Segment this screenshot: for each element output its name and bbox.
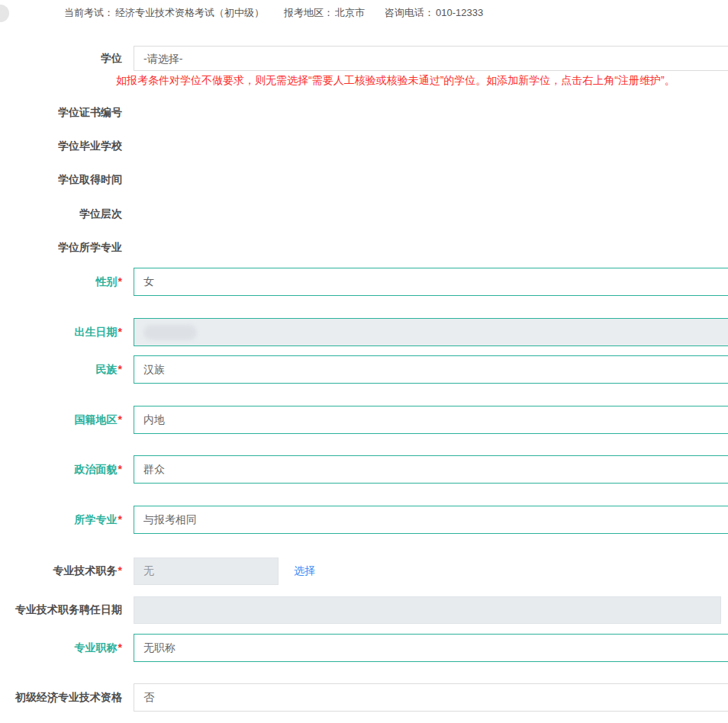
gender-label-cell: 性别* (0, 275, 122, 289)
exam-region-value: 北京市 (335, 6, 365, 20)
field-label: 性别 (96, 275, 118, 288)
required-asterisk: * (118, 641, 122, 654)
choose-post-link[interactable]: 选择 (294, 564, 315, 578)
field-row-degree-major: 学位所学专业 (0, 239, 728, 255)
political-status-label-cell: 政治面貌* (0, 463, 122, 477)
field-row-degree-school: 学位毕业学校 (0, 138, 728, 153)
degree-date-label: 学位取得时间 (0, 172, 122, 187)
field-label: 政治面貌 (75, 463, 118, 475)
nationality-region-label-cell: 国籍地区* (0, 413, 122, 427)
post-hire-date-input (134, 596, 721, 624)
field-row-major: 所学专业* (0, 506, 728, 534)
birth-date-label-cell: 出生日期* (0, 326, 122, 339)
field-row-degree: 学位 -请选择- (0, 46, 728, 71)
required-asterisk: * (118, 275, 122, 288)
degree-select[interactable]: -请选择- (134, 46, 728, 71)
degree-cert-no-label: 学位证书编号 (0, 104, 122, 120)
field-row-gender: 性别* (0, 268, 728, 296)
field-row-nationality-region: 国籍地区* (0, 406, 728, 434)
professional-post-label-cell: 专业技术职务* (0, 564, 122, 578)
required-asterisk: * (118, 413, 122, 426)
post-hire-date-label-cell: 专业技术职务聘任日期 (0, 603, 122, 617)
degree-school-label: 学位毕业学校 (0, 138, 122, 153)
field-label: 专业技术职务聘任日期 (15, 603, 122, 615)
hotline-value: 010-12333 (436, 7, 483, 18)
junior-economic-qualification-label-cell: 初级经济专业技术资格 (0, 691, 122, 705)
field-row-birth-date: 出生日期* (0, 318, 728, 346)
required-asterisk: * (118, 513, 122, 525)
political-status-input[interactable] (134, 455, 728, 484)
field-row-political-status: 政治面貌* (0, 455, 728, 484)
major-label-cell: 所学专业* (0, 513, 122, 527)
avatar (0, 5, 9, 22)
field-label: 所学专业 (75, 513, 118, 525)
hotline-label: 咨询电话： (385, 6, 434, 20)
field-row-degree-date: 学位取得时间 (0, 172, 728, 187)
field-label: 专业职称 (75, 641, 118, 654)
exam-region: 报考地区： 北京市 (284, 6, 365, 20)
nationality-region-input[interactable] (134, 406, 728, 434)
degree-label-cell: 学位 (0, 52, 122, 66)
birth-date-input (134, 318, 728, 346)
registration-form: 学位 -请选择- 如报考条件对学位不做要求，则无需选择“需要人工核验或核验未通过… (0, 46, 728, 712)
field-row-post-hire-date: 专业技术职务聘任日期 (0, 596, 728, 624)
required-asterisk: * (118, 463, 122, 475)
gender-input[interactable] (134, 268, 728, 296)
required-asterisk: * (118, 326, 122, 338)
degree-level-label: 学位层次 (0, 206, 122, 221)
current-exam: 当前考试： 经济专业技术资格考试（初中级） (64, 6, 264, 20)
current-exam-label: 当前考试： (64, 6, 114, 20)
field-row-professional-title: 专业职称* (0, 634, 728, 662)
professional-title-input[interactable] (134, 634, 728, 662)
field-label: 出生日期 (75, 326, 118, 338)
top-header-bar: 当前考试： 经济专业技术资格考试（初中级） 报考地区： 北京市 咨询电话： 01… (0, 0, 728, 25)
required-asterisk: * (118, 363, 122, 375)
field-label: 初级经济专业技术资格 (15, 691, 122, 703)
field-row-junior-economic-qualification: 初级经济专业技术资格 (0, 683, 728, 712)
field-label: 国籍地区 (75, 413, 118, 426)
field-label: 学位 (101, 52, 122, 64)
required-asterisk: * (118, 564, 122, 577)
current-exam-value: 经济专业技术资格考试（初中级） (115, 6, 264, 20)
degree-major-label: 学位所学专业 (0, 239, 122, 255)
junior-economic-qualification-input[interactable] (134, 683, 728, 712)
major-input[interactable] (134, 506, 728, 534)
field-row-degree-level: 学位层次 (0, 206, 728, 221)
field-row-professional-post: 专业技术职务* 选择 (0, 558, 728, 585)
field-row-ethnicity: 民族* (0, 355, 728, 384)
ethnicity-input[interactable] (134, 355, 728, 384)
degree-hint-text: 如报考条件对学位不做要求，则无需选择“需要人工核验或核验未通过”的学位。如添加新… (116, 74, 728, 88)
hotline: 咨询电话： 010-12333 (385, 6, 483, 20)
professional-post-input (134, 558, 279, 585)
field-label: 民族 (96, 363, 118, 375)
exam-region-label: 报考地区： (284, 6, 333, 20)
field-row-degree-cert-no: 学位证书编号 (0, 104, 728, 120)
field-label: 专业技术职务 (53, 564, 118, 577)
ethnicity-label-cell: 民族* (0, 363, 122, 377)
professional-title-label-cell: 专业职称* (0, 641, 122, 655)
